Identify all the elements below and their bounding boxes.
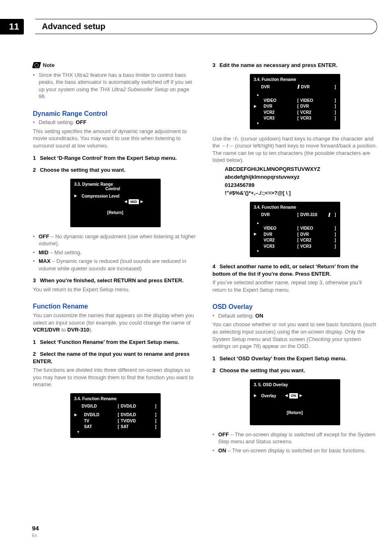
osdov-osd-title: 3. 5. OSD Overlay <box>254 382 336 387</box>
note-text-italic: THX Ultra2 Subwoofer Setup <box>99 86 168 92</box>
fr-osd1-r1-r: TV/DVD <box>121 418 151 424</box>
fr-osd3-r3-r: VCR3 <box>300 244 330 249</box>
fr-intro-mid: to <box>60 327 67 333</box>
drc-step3-text: When you’re finished, select RETURN and … <box>40 277 184 283</box>
arrow-left-icon: ◀ <box>285 394 288 398</box>
drc-opt-mid-name: MID <box>39 249 48 256</box>
list-item: SAT[SAT] <box>74 424 157 430</box>
right-step3-text: Edit the name as necessary and press ENT… <box>219 62 337 68</box>
triangle-right-icon: ▶ <box>254 394 257 398</box>
osdov-step1: 1Select ‘OSD Overlay’ from the Expert Se… <box>212 355 377 362</box>
charset-digits: 0123456789 <box>212 182 377 189</box>
fr-intro: You can customize the names that appears… <box>33 312 198 334</box>
fr-osd1-title: 3.4. Function Rename <box>74 396 157 401</box>
drc-opt-off: OFF – No dynamic range adjustment (use w… <box>33 233 198 247</box>
page-footer: 94 En <box>32 524 39 538</box>
osdov-opt-off-desc: – The on-screen display is switched off … <box>218 431 375 445</box>
list-item: ▶DVR[DVR] <box>254 232 336 237</box>
fr-osd2: 3.4. Function Rename DVR DVR ] ▲ VIDEO[V… <box>250 74 340 129</box>
drc-options: OFF – No dynamic range adjustment (use w… <box>33 233 198 272</box>
note-header: Note <box>33 62 198 69</box>
fr-osd3-head-r: DVR-310 <box>300 212 327 218</box>
chapter-number-badge: 11 <box>0 19 24 35</box>
ci-1: Use the <box>212 136 232 142</box>
arrow-right-icon: ▶ <box>141 200 143 204</box>
triangle-right-icon: ▶ <box>74 194 78 198</box>
fr-step2: 2Select the name of the input you want t… <box>33 350 198 365</box>
osdov-opt-on-name: ON <box>218 447 226 454</box>
ci-3: (cursor left/right) hard keys to move fo… <box>212 143 377 163</box>
osdov-opt-on: ON – The on-screen display is switched o… <box>212 447 377 454</box>
osdov-osd-row-label: Overlay <box>259 393 284 399</box>
fr-intro-b2: DVR-310 <box>67 327 89 333</box>
fr-osd1-r0-l: DVD/LD <box>79 412 116 418</box>
page-language: En <box>32 533 39 539</box>
list-item: ▶DVD/LD[DVD/LD] <box>74 412 157 418</box>
fr-intro-end: ). <box>89 327 92 333</box>
osdov-osd-return: [Return] <box>254 410 336 416</box>
fr-osd2-r0-l: VIDEO <box>259 98 296 104</box>
osdov-osd-value: ON <box>289 393 298 398</box>
fr-osd3-r1-l: DVR <box>259 232 296 237</box>
fr-osd2-r2-r: VCR2 <box>300 110 330 115</box>
osdov-intro: You can choose whether or not you want t… <box>212 321 377 350</box>
arrow-down-icon: ▼ <box>74 430 157 435</box>
right-step3: 3Edit the name as necessary and press EN… <box>212 62 377 69</box>
drc-default-list: Default setting: OFF <box>33 119 198 126</box>
fr-osd3-title: 3.4. Function Rename <box>254 205 336 210</box>
drc-opt-off-desc: – No dynamic range adjustment (use when … <box>39 233 196 247</box>
list-item: TV[TV/DVD] <box>74 418 157 424</box>
chapter-title: Advanced setup <box>42 21 370 32</box>
fr-osd1-head-l: DVD/LD <box>79 403 116 409</box>
fr-osd3-r3-l: VCR3 <box>259 244 296 249</box>
osdov-osd-row: ▶ Overlay ◀ ON ▶ <box>254 393 336 399</box>
content-area: Note Since the THX Ultra2 feature has a … <box>33 62 377 456</box>
osdov-step1-text: Select ‘OSD Overlay’ from the Expert Set… <box>219 355 346 362</box>
arrow-right-icon: ▶ <box>300 394 302 398</box>
fr-heading: Function Rename <box>33 302 198 311</box>
list-item: VCR2[VCR2] <box>254 237 336 243</box>
drc-step1: 1Select ‘D-Range Control’ from the Exper… <box>33 154 198 162</box>
fr-step1-text: Select ‘Function Rename’ from the Expert… <box>40 339 179 345</box>
arrow-up-icon: ▲ <box>254 221 336 226</box>
note-label: Note <box>43 62 55 69</box>
drc-intro: This setting specifies the amount of dyn… <box>33 128 198 150</box>
drc-step2-text: Choose the setting that you want. <box>40 167 125 173</box>
arrow-up-down-icon: ↑/↓ <box>232 136 239 142</box>
fr-osd2-r0-r: VIDEO <box>300 98 330 104</box>
drc-osd-value: MID <box>129 199 139 204</box>
fr-osd2-head-l: DVR <box>259 84 296 90</box>
drc-opt-off-name: OFF <box>39 233 49 240</box>
fr-step1: 1Select ‘Function Rename’ from the Exper… <box>33 339 198 346</box>
triangle-right-icon: ▶ <box>254 104 257 109</box>
drc-heading: Dynamic Range Control <box>33 109 198 118</box>
drc-step3: 3When you’re finished, select RETURN and… <box>33 277 198 284</box>
osdov-default-value: ON <box>255 313 263 319</box>
fr-osd2-title: 3.4. Function Rename <box>254 77 336 82</box>
drc-osd-title: 3.3. Dynamic Range Control <box>74 182 157 191</box>
fr-osd3-header: DVR [ DVR-310 ] <box>254 212 336 218</box>
charset-symbols: !"#$%&’()*+,–./:;<=>?@[ \ ] <box>212 189 377 197</box>
text-cursor-icon <box>297 85 300 89</box>
left-column: Note Since the THX Ultra2 feature has a … <box>33 62 198 456</box>
osdov-step2: 2Choose the setting that you want. <box>212 367 377 374</box>
note-bullet: Since the THX Ultra2 feature has a bass … <box>33 71 198 100</box>
fr-osd3-r2-l: VCR2 <box>259 237 296 243</box>
osdov-default-list: Default setting: ON <box>212 312 377 320</box>
osdov-options: OFF – The on-screen display is switched … <box>212 431 377 454</box>
drc-step2: 2Choose the setting that you want. <box>33 166 198 174</box>
arrow-left-icon: ◀ <box>125 200 127 204</box>
chapter-header: Advanced setup <box>35 19 377 34</box>
osdov-step2-text: Choose the setting that you want. <box>219 367 305 373</box>
drc-opt-max-desc: – Dynamic range is reduced (loud sounds … <box>39 258 186 272</box>
drc-opt-max: MAX – Dynamic range is reduced (loud sou… <box>33 258 198 272</box>
fr-osd3-r0-l: VIDEO <box>259 226 296 231</box>
list-item: VIDEO[VIDEO] <box>254 226 336 231</box>
list-item: ▶DVR[DVR] <box>254 104 336 109</box>
right-column: 3Edit the name as necessary and press EN… <box>212 62 377 456</box>
fr-osd3-r2-r: VCR2 <box>300 237 330 243</box>
fr-intro-1: You can customize the names that appears… <box>33 312 194 326</box>
fr-osd2-r3-r: VCR3 <box>300 115 330 121</box>
drc-opt-mid: MID – Mid setting. <box>33 249 198 256</box>
fr-osd2-r2-l: VCR2 <box>259 110 296 115</box>
